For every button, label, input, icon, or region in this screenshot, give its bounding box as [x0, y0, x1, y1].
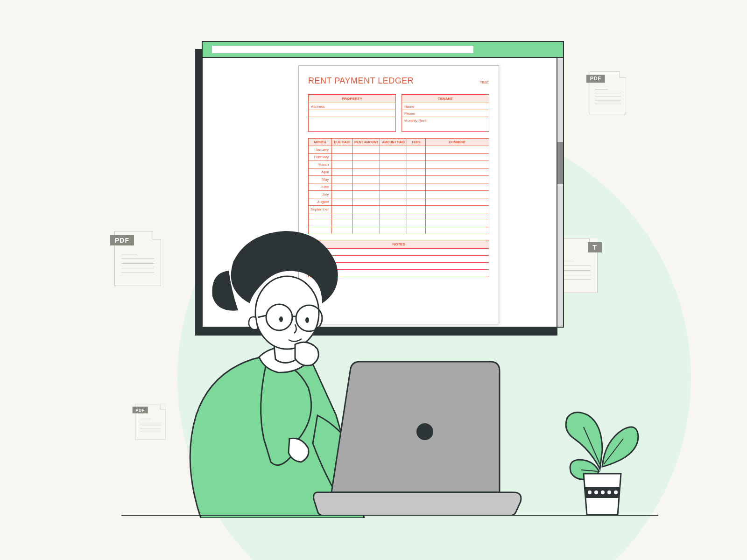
property-field: Address [309, 103, 395, 110]
svg-point-0 [255, 276, 319, 349]
table-row: January [309, 146, 489, 154]
pdf-badge-label: PDF [133, 407, 148, 413]
property-box: PROPERTY Address [308, 94, 396, 132]
table-header-row: MONTH DUE DATE RENT AMOUNT AMOUNT PAID F… [309, 139, 489, 146]
pdf-badge-label: PDF [586, 75, 605, 83]
property-header: PROPERTY [309, 95, 395, 103]
svg-point-7 [416, 423, 433, 440]
month-cell: July [309, 191, 332, 198]
tenant-field: Monthly Rent [402, 117, 489, 124]
svg-point-12 [588, 490, 592, 494]
scrollbar-thumb[interactable] [557, 142, 563, 184]
svg-point-5 [279, 316, 283, 322]
pdf-icon: PDF [135, 404, 166, 440]
property-field-blank [309, 110, 395, 117]
table-row: July [309, 191, 489, 198]
table-row: August [309, 198, 489, 206]
laptop-illustration [303, 357, 528, 516]
property-field-blank [309, 117, 395, 131]
address-bar[interactable] [212, 46, 473, 53]
col-header: MONTH [309, 139, 332, 146]
scrollbar[interactable] [557, 58, 563, 327]
month-cell: September [309, 206, 332, 213]
month-cell: May [309, 176, 332, 183]
table-row: February [309, 154, 489, 161]
col-header: DUE DATE [332, 139, 353, 146]
pdf-badge-label: T [588, 242, 602, 252]
tenant-header: TENANT [402, 95, 489, 103]
month-cell: February [309, 154, 332, 161]
month-cell: January [309, 146, 332, 154]
month-cell: August [309, 198, 332, 206]
pdf-icon: PDF [114, 231, 161, 286]
document-title: RENT PAYMENT LEDGER [308, 76, 414, 86]
svg-point-13 [594, 490, 598, 494]
year-label: Year: [479, 80, 489, 84]
pdf-icon: PDF [590, 71, 626, 114]
table-row: May [309, 176, 489, 183]
svg-point-14 [601, 490, 605, 494]
browser-title-bar [203, 42, 563, 58]
svg-point-6 [305, 317, 309, 323]
tenant-field: Phone [402, 110, 489, 117]
svg-point-16 [614, 490, 618, 494]
month-cell: April [309, 168, 332, 176]
col-header: FEES [407, 139, 426, 146]
tenant-field: Name [402, 103, 489, 110]
plant-illustration [558, 394, 642, 516]
tenant-box: TENANT Name Phone Monthly Rent [402, 94, 489, 132]
svg-point-15 [607, 490, 611, 494]
desk-baseline [121, 515, 658, 516]
table-row: September [309, 206, 489, 213]
month-cell: June [309, 183, 332, 191]
pdf-badge-label: PDF [110, 235, 134, 245]
col-header: AMOUNT PAID [380, 139, 407, 146]
table-row: April [309, 168, 489, 176]
table-row: March [309, 161, 489, 168]
month-cell: March [309, 161, 332, 168]
table-row: June [309, 183, 489, 191]
col-header: RENT AMOUNT [353, 139, 380, 146]
col-header: COMMENT [426, 139, 489, 146]
